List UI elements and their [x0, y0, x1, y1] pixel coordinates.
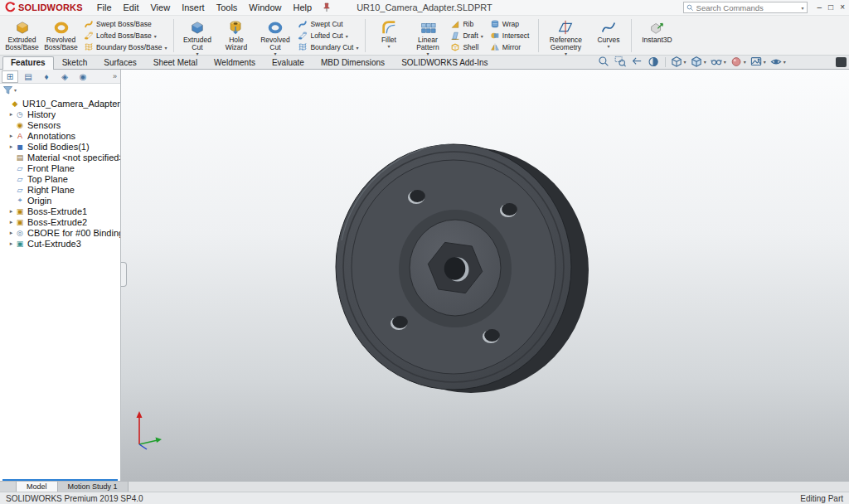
hole-wizard-button[interactable]: Hole Wizard [216, 17, 255, 55]
edit-appearance-button[interactable]: ▾ [729, 56, 748, 68]
tree-item-icon: ▱ [15, 164, 25, 172]
tree-item-top-plane[interactable]: ▱ Top Plane [0, 173, 120, 184]
lofted-cut-button[interactable]: Lofted Cut▾ [295, 31, 361, 41]
pin-menu-icon[interactable] [323, 2, 331, 12]
bottom-tab-model[interactable]: Model [17, 482, 58, 492]
panel-tab-propertymanager[interactable]: ▤ [20, 70, 36, 83]
panel-tab-dimxpertmanager[interactable]: ◈ [56, 70, 73, 83]
filter-funnel-icon[interactable] [3, 86, 12, 94]
tree-item-front-plane[interactable]: ▱ Front Plane [0, 162, 120, 173]
revolved-cut-button[interactable]: Revolved Cut▾ [255, 17, 294, 55]
filter-dropdown-icon[interactable]: ▾ [14, 87, 17, 93]
study-tabs-grip[interactable] [0, 482, 17, 492]
panel-tab-configurationmanager[interactable]: ♦ [38, 70, 55, 83]
expander-icon[interactable]: ▸ [7, 143, 15, 150]
intersect-button[interactable]: Intersect [488, 31, 535, 41]
tree-item-ur10-camera-adapter-default-d[interactable]: ◆ UR10_Camera_Adapter (Default<<D [0, 98, 120, 109]
curves-button[interactable]: Curves▾ [589, 17, 628, 55]
menu-window[interactable]: Window [243, 2, 287, 13]
view-orientation-button[interactable]: ▾ [669, 56, 688, 68]
tab-sheet-metal[interactable]: Sheet Metal [145, 56, 206, 69]
tab-evaluate[interactable]: Evaluate [264, 56, 313, 69]
tree-item-right-plane[interactable]: ▱ Right Plane [0, 184, 120, 195]
status-version-text: SOLIDWORKS Premium 2019 SP4.0 [6, 494, 143, 503]
extruded-cut-button[interactable]: Extruded Cut▾ [177, 17, 216, 55]
search-input[interactable] [696, 3, 799, 12]
expander-icon[interactable]: ▸ [7, 208, 15, 215]
display-style-button[interactable]: ▾ [689, 56, 708, 68]
tree-item-icon: ◼ [15, 143, 25, 151]
tree-item-sensors[interactable]: ◉ Sensors [0, 119, 120, 130]
tree-item-origin[interactable]: ⌖ Origin [0, 195, 120, 206]
minimize-button[interactable]: – [817, 3, 822, 12]
fillet-button[interactable]: Fillet▾ [369, 17, 408, 55]
menu-tools[interactable]: Tools [211, 2, 244, 13]
curves-icon [600, 19, 617, 36]
mirror-button[interactable]: Mirror [488, 42, 535, 53]
previous-view-button[interactable] [629, 56, 645, 68]
tab-solidworks-add-ins[interactable]: SOLIDWORKS Add-Ins [393, 56, 496, 69]
tab-surfaces[interactable]: Surfaces [95, 56, 144, 69]
tree-item-boss-extrude2[interactable]: ▸ ▣ Boss-Extrude2 [0, 216, 120, 227]
tree-item-solid-bodies-1[interactable]: ▸ ◼ Solid Bodies(1) [0, 141, 120, 152]
feature-tree: ◆ UR10_Camera_Adapter (Default<<D ▸ ◷ Hi… [0, 96, 120, 477]
tab-weldments[interactable]: Weldments [206, 56, 264, 69]
tree-item-boss-extrude1[interactable]: ▸ ▣ Boss-Extrude1 [0, 206, 120, 216]
tree-item-material-not-specified[interactable]: ▤ Material <not specified> [0, 152, 120, 162]
linear-pattern-button[interactable]: Linear Pattern▾ [408, 17, 447, 55]
panel-tab-featuremanager[interactable]: ⊞ [2, 70, 18, 83]
tree-item-history[interactable]: ▸ ◷ History [0, 109, 120, 119]
lofted-boss-base-button[interactable]: Lofted Boss/Base▾ [81, 31, 169, 41]
boundary-boss-base-button[interactable]: Boundary Boss/Base▾ [81, 42, 169, 53]
boundary-cut-button[interactable]: Boundary Cut▾ [295, 42, 361, 53]
close-button[interactable]: × [840, 3, 845, 12]
tree-item-annotations[interactable]: ▸ A Annotations [0, 130, 120, 141]
menu-view[interactable]: View [144, 2, 176, 13]
apply-scene-button[interactable]: ▾ [749, 56, 768, 68]
menu-insert[interactable]: Insert [176, 2, 211, 13]
shell-button[interactable]: Shell [448, 42, 485, 53]
menu-help[interactable]: Help [287, 2, 318, 13]
bottom-tab-motion-study-1[interactable]: Motion Study 1 [58, 482, 129, 492]
model-3d-view[interactable] [333, 141, 592, 396]
menu-edit[interactable]: Edit [118, 2, 145, 13]
menu-file[interactable]: File [91, 2, 118, 13]
panel-splitter-handle[interactable] [121, 262, 127, 287]
graphics-viewport[interactable] [121, 70, 849, 481]
zoom-fit-button[interactable] [596, 56, 612, 68]
zoom-area-button[interactable] [613, 56, 628, 68]
revolved-boss-base-button[interactable]: Revolved Boss/Base [41, 17, 80, 55]
tab-features[interactable]: Features [2, 56, 54, 70]
expander-icon[interactable]: ▸ [7, 240, 15, 247]
feature-stack-2: Wrap Intersect Mirror [487, 17, 536, 55]
search-commands-box: ▾ [683, 2, 808, 13]
reference-geometry-button[interactable]: Reference Geometry▾ [542, 17, 589, 55]
tab-mbd-dimensions[interactable]: MBD Dimensions [313, 56, 393, 69]
expander-icon[interactable]: ▸ [7, 219, 15, 225]
search-dropdown-icon[interactable]: ▾ [802, 5, 804, 11]
draft-button[interactable]: Draft▾ [448, 31, 485, 41]
panel-tab-displaymanager[interactable]: ◉ [75, 70, 91, 83]
expander-icon[interactable]: ▸ [7, 133, 15, 139]
tree-item-cbore-for-00-binding-head-machi[interactable]: ▸ ◎ CBORE for #00 Binding Head Machi [0, 227, 120, 238]
swept-boss-base-button[interactable]: Swept Boss/Base [81, 19, 169, 30]
tree-item-cut-extrude3[interactable]: ▸ ▣ Cut-Extrude3 [0, 238, 120, 249]
maximize-button[interactable]: □ [828, 3, 833, 12]
rib-button[interactable]: Rib [448, 19, 485, 30]
section-view-button[interactable] [646, 56, 662, 68]
swept-cut-button[interactable]: Swept Cut [295, 19, 361, 30]
panel-tabs-overflow-button[interactable]: » [113, 72, 119, 80]
expander-icon[interactable]: ▸ [7, 230, 15, 236]
extruded-boss-base-button[interactable]: Extruded Boss/Base [2, 17, 41, 55]
tab-sketch[interactable]: Sketch [54, 56, 96, 69]
instant3d-button[interactable]: Instant3D [635, 17, 678, 55]
status-bar: SOLIDWORKS Premium 2019 SP4.0 Editing Pa… [0, 492, 849, 504]
expander-icon[interactable]: ▸ [7, 111, 15, 118]
linear-pattern-icon [420, 19, 436, 36]
rollback-bar[interactable] [2, 479, 118, 481]
view-settings-button[interactable]: ▾ [769, 56, 788, 68]
wrap-button[interactable]: Wrap [488, 19, 535, 30]
hide-show-items-button[interactable]: ▾ [709, 56, 728, 68]
task-pane-toggle[interactable] [836, 57, 847, 67]
window-controls: – □ × [817, 3, 845, 12]
